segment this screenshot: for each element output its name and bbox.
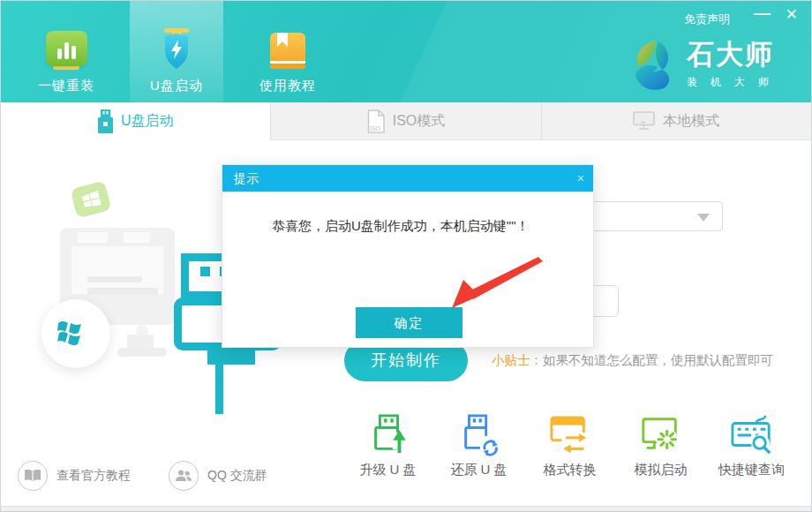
tutorial-book-icon	[269, 1, 306, 70]
simulate-boot-icon	[640, 414, 682, 456]
usb-icon	[98, 109, 113, 133]
tip-text: 小贴士：如果不知道怎么配置，使用默认配置即可	[492, 352, 773, 369]
tool-label: 升级 U 盘	[359, 462, 416, 478]
mode-tab-usb-boot[interactable]: U盘启动	[1, 102, 270, 140]
header-tab-tutorial[interactable]: 使用教程	[241, 1, 335, 102]
dialog-message: 恭喜您，启动U盘制作成功，本机启动键""！	[272, 218, 529, 235]
hotkey-query-icon	[731, 414, 773, 456]
tool-label: 格式转换	[544, 462, 597, 478]
app-window: 一键重装 U盘启动	[0, 0, 812, 512]
titlebar: 一键重装 U盘启动	[1, 1, 811, 102]
windows-chip-icon	[70, 181, 111, 219]
usb-upgrade-icon	[367, 414, 410, 456]
tool-format-convert[interactable]: 格式转换	[524, 414, 615, 478]
iso-file-icon: ISO	[367, 109, 385, 133]
ok-button[interactable]: 确定	[356, 307, 462, 338]
header-tab-usb-boot[interactable]: U盘启动	[130, 1, 223, 102]
link-label: 查看官方教程	[56, 468, 131, 484]
mode-tab-label: 本地模式	[663, 112, 719, 131]
header-tab-label: 一键重装	[38, 78, 94, 94]
chevron-down-icon	[697, 214, 710, 222]
book-circle-icon	[18, 461, 48, 491]
tool-simulate-boot[interactable]: 模拟启动	[615, 414, 706, 478]
tip-label: 小贴士：	[492, 353, 543, 367]
windows-flag-badge	[41, 299, 110, 368]
tip-body: 如果不知道怎么配置，使用默认配置即可	[543, 353, 773, 367]
dialog-title: 提示	[234, 171, 259, 185]
brand-name: 石大师	[687, 40, 782, 70]
usb-illustration-contact	[200, 267, 210, 276]
mode-tab-label: ISO模式	[393, 112, 446, 131]
tool-restore-usb[interactable]: 还原 U 盘	[433, 414, 524, 478]
windows-flag-icon	[57, 317, 94, 350]
brand-logo-icon	[631, 40, 679, 91]
disclaimer-link[interactable]: 免责声明	[684, 11, 730, 27]
tool-label: 快捷键查询	[718, 462, 785, 478]
usb-illustration-connector	[207, 350, 255, 365]
qq-group-link[interactable]: QQ 交流群	[169, 461, 267, 491]
group-circle-icon	[169, 461, 199, 491]
mode-tab-local[interactable]: 本地模式	[541, 102, 811, 140]
format-convert-icon	[549, 414, 591, 456]
mode-tab-bar: U盘启动 ISO ISO模式 本地模式	[1, 102, 811, 140]
mode-tab-label: U盘启动	[121, 112, 174, 131]
monitor-stand-illustration	[127, 335, 154, 349]
header-tab-label: 使用教程	[259, 78, 316, 94]
header-tab-reinstall[interactable]: 一键重装	[20, 1, 112, 102]
brand-logo: 石大师 装机大师	[631, 40, 782, 91]
svg-text:ISO: ISO	[370, 124, 381, 131]
usb-illustration-cable	[215, 365, 223, 414]
close-button[interactable]: ✕	[786, 6, 798, 24]
mode-tab-iso[interactable]: ISO ISO模式	[270, 102, 540, 140]
monitor-base-illustration	[117, 348, 167, 357]
tool-label: 还原 U 盘	[450, 462, 507, 478]
window-bottom-border	[1, 506, 811, 511]
tool-label: 模拟启动	[635, 462, 688, 478]
minimize-button[interactable]: —	[754, 4, 771, 22]
link-label: QQ 交流群	[207, 468, 267, 484]
shield-bolt-icon	[159, 1, 194, 70]
monitor-icon	[633, 111, 655, 131]
tool-upgrade-usb[interactable]: 升级 U 盘	[342, 414, 433, 478]
tool-row: 升级 U 盘 还	[342, 414, 797, 478]
reinstall-chart-icon	[46, 1, 87, 70]
official-tutorial-link[interactable]: 查看官方教程	[18, 461, 131, 491]
success-dialog: 提示 × 恭喜您，启动U盘制作成功，本机启动键""！ 确定	[222, 164, 594, 348]
brand-subtitle: 装机大师	[687, 75, 782, 90]
header-tab-label: U盘启动	[150, 78, 203, 94]
dialog-close-icon[interactable]: ×	[577, 165, 584, 192]
dialog-header: 提示 ×	[222, 165, 593, 192]
usb-restore-icon	[458, 414, 500, 456]
tool-hotkey-query[interactable]: 快捷键查询	[706, 414, 797, 478]
